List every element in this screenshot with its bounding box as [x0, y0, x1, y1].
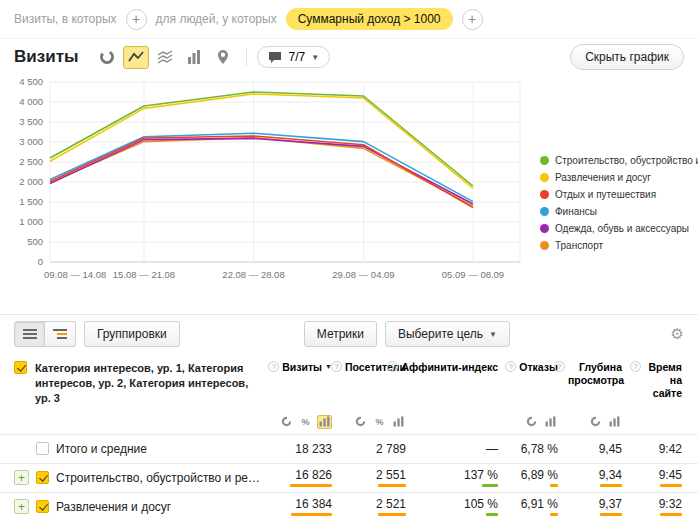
metric-view-switch-visits: %: [268, 415, 340, 429]
info-icon[interactable]: ?: [505, 361, 516, 372]
cell-value: 137 %: [464, 468, 498, 482]
value-bar: [550, 513, 558, 516]
value-bar: [660, 484, 682, 487]
column-header-depth[interactable]: ?Глубина просмотра: [566, 353, 630, 412]
donut-view-icon[interactable]: [588, 415, 603, 429]
value-bar: [660, 513, 682, 516]
hide-chart-button[interactable]: Скрыть график: [570, 44, 684, 70]
donut-view-icon[interactable]: [279, 415, 294, 429]
column-header-label: Аффинити-индекс: [401, 361, 498, 374]
groupings-button[interactable]: Группировки: [84, 321, 180, 347]
metrics-button[interactable]: Метрики: [304, 321, 377, 347]
row-label[interactable]: Развлечения и досуг: [56, 500, 171, 514]
value-bar: [482, 484, 498, 487]
info-icon[interactable]: ?: [630, 361, 641, 372]
column-header-time[interactable]: ?Время на сайте: [630, 353, 690, 412]
column-header-label: Отказы: [519, 361, 558, 374]
metrica-report-page: Визиты, в которых + для людей, у которых…: [0, 0, 698, 518]
value-bar: [600, 484, 622, 487]
table-toolbar: Группировки Метрики Выберите цель ▼ ⚙: [0, 314, 698, 353]
cell-value: 9:45: [659, 468, 682, 482]
svg-text:1 500: 1 500: [19, 196, 43, 207]
legend-item[interactable]: Строительство, обустройство и ремонт: [540, 154, 698, 167]
svg-text:2 500: 2 500: [19, 156, 43, 167]
report-table: Категория интересов, ур. 1, Категория ин…: [0, 353, 698, 518]
donut-view-icon[interactable]: [353, 415, 368, 429]
bars-view-icon[interactable]: [543, 415, 558, 429]
svg-text:3 000: 3 000: [19, 136, 43, 147]
cell-visits: 16 384: [268, 497, 340, 516]
cell-affinity: —: [414, 442, 506, 456]
stacked-lines-icon[interactable]: [152, 46, 178, 69]
percent-view-icon[interactable]: %: [298, 415, 313, 429]
row-checkbox[interactable]: [36, 442, 49, 455]
expand-row-button[interactable]: +: [14, 499, 29, 514]
expand-row-button[interactable]: +: [14, 470, 29, 485]
legend-color-dot: [540, 173, 549, 182]
comments-button[interactable]: 7/7 ▼: [257, 46, 330, 68]
legend-item[interactable]: Отдых и путешествия: [540, 188, 698, 201]
pie-chart-icon[interactable]: [94, 46, 120, 69]
cell-bounce: 6,89 %: [506, 468, 566, 487]
bars-view-icon[interactable]: [391, 415, 406, 429]
bars-view-icon[interactable]: [607, 415, 622, 429]
add-visit-condition-button[interactable]: +: [126, 9, 147, 30]
bar-chart-icon[interactable]: [181, 46, 207, 69]
cell-depth: 9,34: [566, 468, 630, 487]
row-checkbox[interactable]: [36, 500, 49, 513]
metric-view-switch-visitors: %: [340, 415, 414, 429]
visits-chart-area: 05001 0001 5002 0002 5003 0003 5004 0004…: [0, 72, 698, 314]
column-header-label: Время на сайте: [644, 361, 682, 400]
row-label[interactable]: Строительство, обустройство и ремонт: [56, 471, 268, 485]
svg-text:2 000: 2 000: [19, 176, 43, 187]
legend-item[interactable]: Транспорт: [540, 239, 698, 252]
svg-text:1 000: 1 000: [19, 216, 43, 227]
cell-value: 9,45: [599, 442, 622, 456]
dimension-filler: [0, 415, 268, 429]
add-people-condition-button[interactable]: +: [462, 9, 483, 30]
value-bar: [290, 484, 332, 487]
metric-view-switch-bounce: [506, 415, 566, 429]
metric-view-switch-affinity: [414, 415, 506, 429]
line-chart-icon[interactable]: [123, 46, 149, 69]
bars-view-icon[interactable]: [317, 415, 332, 429]
cell-visitors: 2 521: [340, 497, 414, 516]
svg-text:09.08 — 14.08: 09.08 — 14.08: [44, 269, 106, 280]
dimension-cell: Итого и средние: [0, 442, 268, 456]
info-icon[interactable]: ?: [554, 361, 565, 372]
cell-depth: 9,45: [566, 442, 630, 456]
column-header-visits[interactable]: ?Визиты▼: [268, 353, 340, 412]
chevron-down-icon: ▼: [489, 330, 497, 339]
column-header-affinity[interactable]: ?Аффинити-индекс: [414, 353, 506, 412]
value-bar: [486, 513, 498, 516]
settings-gear-icon[interactable]: ⚙: [671, 325, 684, 343]
cell-affinity: 105 %: [414, 497, 506, 516]
goal-select[interactable]: Выберите цель ▼: [385, 321, 510, 347]
select-all-checkbox[interactable]: [14, 361, 27, 374]
list-view-button[interactable]: [14, 321, 45, 347]
segment-chip[interactable]: Суммарный доход > 1000: [286, 8, 453, 30]
info-icon[interactable]: ?: [268, 361, 279, 372]
metric-view-row: %%: [0, 412, 698, 434]
cell-time: 9:45: [630, 468, 690, 487]
cell-value: —: [486, 442, 498, 456]
chart-legend: Строительство, обустройство и ремонтРазв…: [540, 154, 698, 252]
svg-text:4 500: 4 500: [19, 76, 43, 87]
map-icon[interactable]: [210, 46, 236, 69]
info-icon[interactable]: ?: [331, 361, 342, 372]
legend-item[interactable]: Развлечения и досуг: [540, 171, 698, 184]
chevron-down-icon: ▼: [311, 53, 319, 62]
donut-view-icon[interactable]: [524, 415, 539, 429]
visits-line-chart: 05001 0001 5002 0002 5003 0003 5004 0004…: [8, 72, 532, 300]
cell-value: 16 384: [295, 497, 332, 511]
percent-view-icon[interactable]: %: [372, 415, 387, 429]
row-label: Итого и средние: [56, 442, 147, 456]
dimension-header-cell: Категория интересов, ур. 1, Категория ин…: [0, 353, 268, 412]
cell-affinity: 137 %: [414, 468, 506, 487]
legend-color-dot: [540, 207, 549, 216]
row-checkbox[interactable]: [36, 471, 49, 484]
legend-item[interactable]: Финансы: [540, 205, 698, 218]
legend-color-dot: [540, 190, 549, 199]
legend-item[interactable]: Одежда, обувь и аксессуары: [540, 222, 698, 235]
drilldown-view-button[interactable]: [45, 321, 76, 347]
